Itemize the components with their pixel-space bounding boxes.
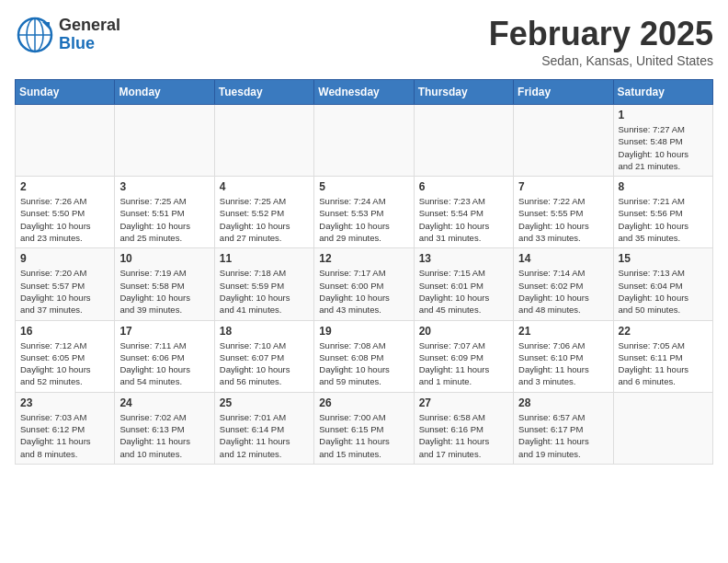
day-info: Sunrise: 7:08 AM Sunset: 6:08 PM Dayligh… (319, 339, 408, 388)
calendar-cell-w1-d2 (115, 105, 214, 177)
header-wednesday: Wednesday (314, 80, 414, 105)
day-info: Sunrise: 7:25 AM Sunset: 5:52 PM Dayligh… (220, 195, 309, 244)
calendar-cell-w4-d5: 20Sunrise: 7:07 AM Sunset: 6:09 PM Dayli… (414, 320, 513, 392)
day-number: 22 (619, 325, 708, 338)
header-tuesday: Tuesday (214, 80, 313, 105)
calendar-cell-w5-d5: 27Sunrise: 6:58 AM Sunset: 6:16 PM Dayli… (414, 392, 513, 464)
day-number: 2 (20, 180, 109, 193)
calendar-cell-w1-d4 (314, 105, 414, 177)
day-info: Sunrise: 6:57 AM Sunset: 6:17 PM Dayligh… (518, 411, 608, 460)
day-number: 17 (119, 325, 209, 338)
day-number: 28 (518, 396, 608, 409)
day-number: 18 (220, 325, 309, 338)
calendar-cell-w5-d4: 26Sunrise: 7:00 AM Sunset: 6:15 PM Dayli… (314, 392, 414, 464)
day-info: Sunrise: 7:15 AM Sunset: 6:01 PM Dayligh… (419, 267, 508, 316)
day-info: Sunrise: 7:06 AM Sunset: 6:10 PM Dayligh… (518, 339, 608, 388)
calendar-cell-w1-d5 (414, 105, 513, 177)
calendar-cell-w4-d3: 18Sunrise: 7:10 AM Sunset: 6:07 PM Dayli… (214, 320, 313, 392)
calendar-cell-w2-d6: 7Sunrise: 7:22 AM Sunset: 5:55 PM Daylig… (514, 177, 613, 248)
day-info: Sunrise: 7:05 AM Sunset: 6:11 PM Dayligh… (619, 339, 708, 388)
day-info: Sunrise: 7:01 AM Sunset: 6:14 PM Dayligh… (220, 411, 309, 460)
day-number: 19 (319, 325, 408, 338)
calendar-cell-w3-d2: 10Sunrise: 7:19 AM Sunset: 5:58 PM Dayli… (115, 248, 214, 320)
calendar-cell-w4-d7: 22Sunrise: 7:05 AM Sunset: 6:11 PM Dayli… (613, 320, 712, 392)
day-number: 9 (20, 252, 109, 265)
day-info: Sunrise: 7:22 AM Sunset: 5:55 PM Dayligh… (518, 195, 608, 244)
calendar-cell-w5-d2: 24Sunrise: 7:02 AM Sunset: 6:13 PM Dayli… (115, 392, 214, 464)
day-number: 11 (220, 252, 309, 265)
calendar-cell-w5-d1: 23Sunrise: 7:03 AM Sunset: 6:12 PM Dayli… (16, 392, 115, 464)
day-info: Sunrise: 7:18 AM Sunset: 5:59 PM Dayligh… (220, 267, 309, 316)
day-number: 10 (119, 252, 209, 265)
calendar-cell-w3-d5: 13Sunrise: 7:15 AM Sunset: 6:01 PM Dayli… (414, 248, 513, 320)
calendar-cell-w4-d1: 16Sunrise: 7:12 AM Sunset: 6:05 PM Dayli… (16, 320, 115, 392)
day-number: 5 (319, 180, 408, 193)
calendar-cell-w5-d7 (613, 392, 712, 464)
day-info: Sunrise: 7:14 AM Sunset: 6:02 PM Dayligh… (518, 267, 608, 316)
day-number: 16 (20, 325, 109, 338)
day-info: Sunrise: 7:07 AM Sunset: 6:09 PM Dayligh… (419, 339, 508, 388)
calendar-title: February 2025 (489, 15, 713, 53)
calendar-cell-w2-d3: 4Sunrise: 7:25 AM Sunset: 5:52 PM Daylig… (214, 177, 313, 248)
calendar-cell-w2-d4: 5Sunrise: 7:24 AM Sunset: 5:53 PM Daylig… (314, 177, 414, 248)
logo-icon (15, 15, 55, 55)
day-number: 27 (419, 396, 508, 409)
header-monday: Monday (115, 80, 214, 105)
day-number: 21 (518, 325, 608, 338)
header-sunday: Sunday (16, 80, 115, 105)
calendar-cell-w5-d6: 28Sunrise: 6:57 AM Sunset: 6:17 PM Dayli… (514, 392, 613, 464)
calendar-cell-w3-d1: 9Sunrise: 7:20 AM Sunset: 5:57 PM Daylig… (16, 248, 115, 320)
day-number: 25 (220, 396, 309, 409)
calendar-subtitle: Sedan, Kansas, United States (489, 53, 713, 68)
header-thursday: Thursday (414, 80, 513, 105)
title-block: February 2025 Sedan, Kansas, United Stat… (489, 15, 713, 68)
calendar-week-4: 16Sunrise: 7:12 AM Sunset: 6:05 PM Dayli… (16, 320, 713, 392)
day-number: 24 (119, 396, 209, 409)
day-info: Sunrise: 7:20 AM Sunset: 5:57 PM Dayligh… (20, 267, 109, 316)
header-friday: Friday (514, 80, 613, 105)
calendar-cell-w2-d7: 8Sunrise: 7:21 AM Sunset: 5:56 PM Daylig… (613, 177, 712, 248)
day-info: Sunrise: 7:12 AM Sunset: 6:05 PM Dayligh… (20, 339, 109, 388)
day-number: 12 (319, 252, 408, 265)
day-info: Sunrise: 6:58 AM Sunset: 6:16 PM Dayligh… (419, 411, 508, 460)
day-info: Sunrise: 7:13 AM Sunset: 6:04 PM Dayligh… (619, 267, 708, 316)
day-info: Sunrise: 7:27 AM Sunset: 5:48 PM Dayligh… (619, 123, 708, 172)
calendar-cell-w5-d3: 25Sunrise: 7:01 AM Sunset: 6:14 PM Dayli… (214, 392, 313, 464)
day-number: 3 (119, 180, 209, 193)
calendar-cell-w1-d7: 1Sunrise: 7:27 AM Sunset: 5:48 PM Daylig… (613, 105, 712, 177)
day-number: 1 (619, 109, 708, 121)
day-info: Sunrise: 7:17 AM Sunset: 6:00 PM Dayligh… (319, 267, 408, 316)
day-number: 20 (419, 325, 508, 338)
calendar-cell-w3-d7: 15Sunrise: 7:13 AM Sunset: 6:04 PM Dayli… (613, 248, 712, 320)
calendar-cell-w2-d1: 2Sunrise: 7:26 AM Sunset: 5:50 PM Daylig… (16, 177, 115, 248)
day-number: 7 (518, 180, 608, 193)
calendar-cell-w2-d2: 3Sunrise: 7:25 AM Sunset: 5:51 PM Daylig… (115, 177, 214, 248)
day-info: Sunrise: 7:23 AM Sunset: 5:54 PM Dayligh… (419, 195, 508, 244)
day-info: Sunrise: 7:11 AM Sunset: 6:06 PM Dayligh… (119, 339, 209, 388)
day-info: Sunrise: 7:00 AM Sunset: 6:15 PM Dayligh… (319, 411, 408, 460)
calendar-table: Sunday Monday Tuesday Wednesday Thursday… (15, 79, 713, 465)
calendar-week-5: 23Sunrise: 7:03 AM Sunset: 6:12 PM Dayli… (16, 392, 713, 464)
calendar-cell-w1-d3 (214, 105, 313, 177)
day-number: 13 (419, 252, 508, 265)
day-number: 15 (619, 252, 708, 265)
calendar-cell-w2-d5: 6Sunrise: 7:23 AM Sunset: 5:54 PM Daylig… (414, 177, 513, 248)
calendar-cell-w3-d6: 14Sunrise: 7:14 AM Sunset: 6:02 PM Dayli… (514, 248, 613, 320)
svg-marker-4 (42, 22, 50, 29)
day-info: Sunrise: 7:19 AM Sunset: 5:58 PM Dayligh… (119, 267, 209, 316)
calendar-week-2: 2Sunrise: 7:26 AM Sunset: 5:50 PM Daylig… (16, 177, 713, 248)
day-info: Sunrise: 7:02 AM Sunset: 6:13 PM Dayligh… (119, 411, 209, 460)
page-header: General Blue February 2025 Sedan, Kansas… (15, 15, 713, 68)
logo: General Blue (15, 15, 120, 55)
day-number: 14 (518, 252, 608, 265)
calendar-week-1: 1Sunrise: 7:27 AM Sunset: 5:48 PM Daylig… (16, 105, 713, 177)
day-number: 26 (319, 396, 408, 409)
day-info: Sunrise: 7:25 AM Sunset: 5:51 PM Dayligh… (119, 195, 209, 244)
logo-blue-text: Blue (59, 34, 95, 52)
header-saturday: Saturday (613, 80, 712, 105)
day-number: 23 (20, 396, 109, 409)
logo-general-text: General (59, 16, 120, 34)
calendar-week-3: 9Sunrise: 7:20 AM Sunset: 5:57 PM Daylig… (16, 248, 713, 320)
day-number: 4 (220, 180, 309, 193)
calendar-cell-w4-d4: 19Sunrise: 7:08 AM Sunset: 6:08 PM Dayli… (314, 320, 414, 392)
